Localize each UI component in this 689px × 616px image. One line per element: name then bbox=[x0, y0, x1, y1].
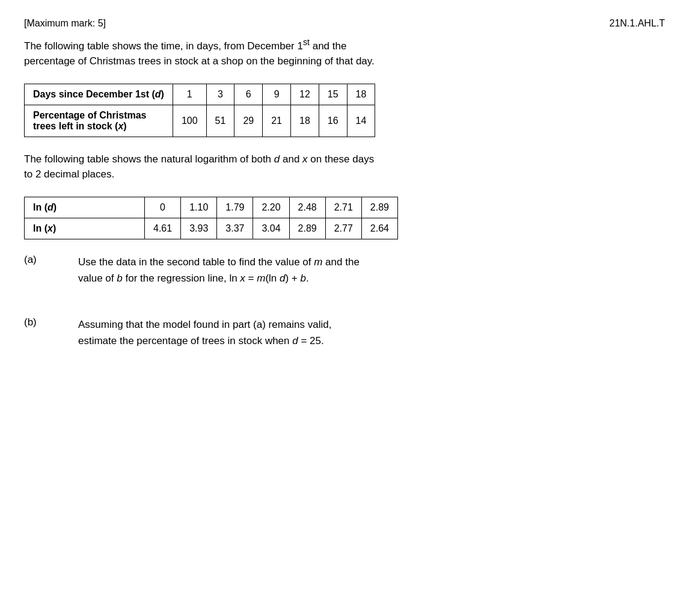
table1-r2c4: 21 bbox=[263, 105, 291, 137]
parts: (a) Use the data in the second table to … bbox=[24, 254, 665, 350]
table1-r2c7: 14 bbox=[347, 105, 375, 137]
intro-text: The following table shows the time, in d… bbox=[24, 36, 665, 69]
table1-row1-header: Days since December 1st (d) bbox=[25, 84, 173, 105]
header: [Maximum mark: 5] 21N.1.AHL.T bbox=[24, 18, 665, 29]
table2-r1c2: 1.10 bbox=[181, 197, 217, 218]
table2-r2c1: 4.61 bbox=[145, 218, 181, 239]
part-a: (a) Use the data in the second table to … bbox=[24, 254, 665, 286]
table1-r1c1: 1 bbox=[173, 84, 206, 105]
table2-r1c3: 1.79 bbox=[217, 197, 253, 218]
part-a-content: Use the data in the second table to find… bbox=[78, 254, 360, 286]
part-b: (b) Assuming that the model found in par… bbox=[24, 316, 665, 349]
table1-r1c5: 12 bbox=[290, 84, 319, 105]
table1-r1c7: 18 bbox=[347, 84, 375, 105]
table2-r1c1: 0 bbox=[145, 197, 181, 218]
table1-r2c5: 18 bbox=[290, 105, 319, 137]
question-code: 21N.1.AHL.T bbox=[610, 18, 665, 29]
table2-r2c3: 3.37 bbox=[217, 218, 253, 239]
table1-r1c2: 3 bbox=[206, 84, 234, 105]
table1: Days since December 1st (d) 1 3 6 9 12 1… bbox=[24, 84, 375, 137]
table2-r1c7: 2.89 bbox=[361, 197, 397, 218]
table1-r1c4: 9 bbox=[263, 84, 291, 105]
table2: ln (d) 0 1.10 1.79 2.20 2.48 2.71 2.89 l… bbox=[24, 197, 398, 239]
table2-r2c2: 3.93 bbox=[181, 218, 217, 239]
table2-r2c5: 2.89 bbox=[289, 218, 325, 239]
table2-r1c6: 2.71 bbox=[325, 197, 361, 218]
table2-r2c6: 2.77 bbox=[325, 218, 361, 239]
table1-r1c3: 6 bbox=[234, 84, 263, 105]
between-text: The following table shows the natural lo… bbox=[24, 152, 665, 182]
part-b-content: Assuming that the model found in part (a… bbox=[78, 316, 331, 349]
table2-r2c7: 2.64 bbox=[361, 218, 397, 239]
table2-r2c4: 3.04 bbox=[253, 218, 289, 239]
table1-r2c6: 16 bbox=[319, 105, 347, 137]
table1-r2c3: 29 bbox=[234, 105, 263, 137]
part-b-label: (b) bbox=[24, 316, 54, 328]
table2-row1-header: ln (d) bbox=[25, 197, 145, 218]
table1-r1c6: 15 bbox=[319, 84, 347, 105]
table1-r2c1: 100 bbox=[173, 105, 206, 137]
table2-r1c4: 2.20 bbox=[253, 197, 289, 218]
table2-r1c5: 2.48 bbox=[289, 197, 325, 218]
table1-row2-header: Percentage of Christmastrees left in sto… bbox=[25, 105, 173, 137]
table1-r2c2: 51 bbox=[206, 105, 234, 137]
part-a-label: (a) bbox=[24, 254, 54, 266]
max-mark: [Maximum mark: 5] bbox=[24, 18, 106, 29]
table2-row2-header: ln (x) bbox=[25, 218, 145, 239]
